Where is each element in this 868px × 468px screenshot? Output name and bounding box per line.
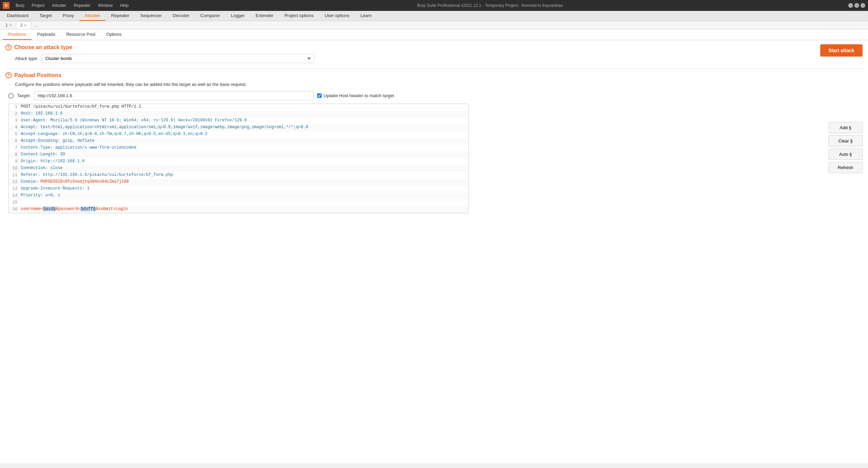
tab-resource-pool[interactable]: Resource Pool (61, 29, 101, 40)
table-row: 5 Accept-Language: zh-CN,zh;q=0.8,zh-TW;… (9, 131, 468, 138)
tab-user-options[interactable]: User options (319, 11, 355, 21)
clear-section-button[interactable]: Clear § (828, 135, 863, 147)
payload-positions-help-icon[interactable]: ? (5, 72, 12, 78)
table-row: 9 Origin: http://192.168.1.6 (9, 158, 468, 165)
section-divider-1 (5, 69, 863, 69)
table-row: 8 Content-Length: 39 (9, 152, 468, 158)
tab-intruder[interactable]: Intruder (79, 11, 106, 21)
menu-help[interactable]: Help (117, 2, 132, 9)
maximize-button[interactable]: □ (854, 3, 859, 8)
tab-options[interactable]: Options (101, 29, 127, 40)
tab-proxy[interactable]: Proxy (57, 11, 79, 21)
tab-learn[interactable]: Learn (355, 11, 377, 21)
tab-dashboard[interactable]: Dashboard (1, 11, 34, 21)
close-tab-2-icon[interactable]: ✕ (24, 24, 27, 27)
tab-extender[interactable]: Extender (250, 11, 279, 21)
menu-burp[interactable]: Burp (12, 2, 28, 9)
table-row: 13 Upgrade-Insecure-Requests: 1 (9, 186, 468, 193)
attack-type-row: Attack type: Sniper Battering ram Pitchf… (15, 54, 863, 63)
window-title: Burp Suite Professional v2021.12.1 - Tem… (132, 3, 848, 8)
tab-repeater[interactable]: Repeater (106, 11, 135, 21)
close-button[interactable]: ✕ (860, 3, 865, 8)
menu-project[interactable]: Project (28, 2, 48, 9)
close-tab-1-icon[interactable]: ✕ (9, 23, 12, 27)
payload-positions-description: Configure the positions where payloads w… (15, 82, 863, 87)
menu-repeater[interactable]: Repeater (70, 2, 94, 9)
minimize-button[interactable]: ─ (848, 3, 853, 8)
table-row: 7 Content-Type: application/x-www-form-u… (9, 145, 468, 152)
titlebar: B Burp Project Intruder Repeater Window … (0, 0, 868, 11)
tab-logger[interactable]: Logger (225, 11, 250, 21)
tab-target[interactable]: Target (34, 11, 57, 21)
target-input[interactable] (34, 91, 314, 100)
side-buttons-panel: Add § Clear § Auto § Refresh (828, 122, 863, 173)
table-row: 11 Referer: http://192.168.1.6/pikachu/v… (9, 172, 468, 179)
tab-project-options[interactable]: Project options (279, 11, 319, 21)
table-row: 14 Priority: u=0, i (9, 193, 468, 199)
update-host-label: Update Host header to match target (324, 93, 394, 98)
auto-section-button[interactable]: Auto § (828, 149, 863, 160)
update-host-checkbox[interactable] (317, 93, 322, 98)
payload-positions-title: Payload Positions (14, 72, 61, 78)
target-row: Target: Update Host header to match targ… (8, 91, 863, 100)
table-row: 10 Connection: close (9, 165, 468, 172)
add-section-button[interactable]: Add § (828, 122, 863, 133)
attack-type-help-icon[interactable]: ? (5, 44, 12, 50)
intruder-tab-2[interactable]: 2 ✕ (16, 21, 31, 29)
target-label: Target: (17, 93, 31, 98)
start-attack-button[interactable]: Start attack (820, 44, 863, 57)
attack-type-select[interactable]: Sniper Battering ram Pitchfork Cluster b… (42, 54, 314, 63)
menu-bar: Burp Project Intruder Repeater Window He… (12, 2, 132, 9)
request-editor[interactable]: 1 POST /pikachu/vul/burteforce/bf_form.p… (8, 104, 469, 213)
tab-comparer[interactable]: Comparer (195, 11, 225, 21)
table-row: 4 Accept: text/html,application/xhtml+xm… (9, 124, 468, 131)
sub-tab-row: 1 ✕ 2 ✕ ... (0, 21, 868, 29)
main-content: Start attack ? Choose an attack type Att… (0, 40, 868, 463)
menu-window[interactable]: Window (94, 2, 116, 9)
app-icon: B (3, 2, 10, 9)
table-row: 6 Accept-Encoding: gzip, deflate (9, 138, 468, 145)
attack-type-label: Attack type: (15, 56, 38, 61)
table-row: 16 username=§asd§&password=§dsff§&submit… (9, 206, 468, 213)
tab-decoder[interactable]: Decoder (167, 11, 195, 21)
update-host-checkbox-row: Update Host header to match target (317, 93, 394, 98)
window-controls: ─ □ ✕ (848, 3, 865, 8)
table-row: 12 Cookie: PHPSESSID=0fi5oodjtq394kn64c2… (9, 179, 468, 186)
attack-type-title: Choose an attack type (14, 44, 72, 50)
inner-tab-bar: Positions Payloads Resource Pool Options (0, 29, 868, 40)
table-row: 15 (9, 199, 468, 206)
table-row: 1 POST /pikachu/vul/burteforce/bf_form.p… (9, 104, 468, 111)
table-row: 2 Host: 192.168.1.6 (9, 111, 468, 118)
payload-positions-header: ? Payload Positions (5, 72, 863, 78)
tab-positions[interactable]: Positions (3, 29, 32, 40)
target-refresh-icon[interactable] (8, 93, 14, 99)
tab-payloads[interactable]: Payloads (32, 29, 61, 40)
tab-sequencer[interactable]: Sequencer (135, 11, 167, 21)
table-row: 3 User-Agent: Mozilla/5.0 (Windows NT 10… (9, 118, 468, 124)
more-tabs-button[interactable]: ... (31, 21, 40, 29)
refresh-button[interactable]: Refresh (828, 162, 863, 173)
intruder-tab-1[interactable]: 1 ✕ (1, 21, 16, 29)
main-tab-bar: Dashboard Target Proxy Intruder Repeater… (0, 11, 868, 21)
attack-type-section-header: ? Choose an attack type (5, 44, 863, 50)
menu-intruder[interactable]: Intruder (49, 2, 70, 9)
